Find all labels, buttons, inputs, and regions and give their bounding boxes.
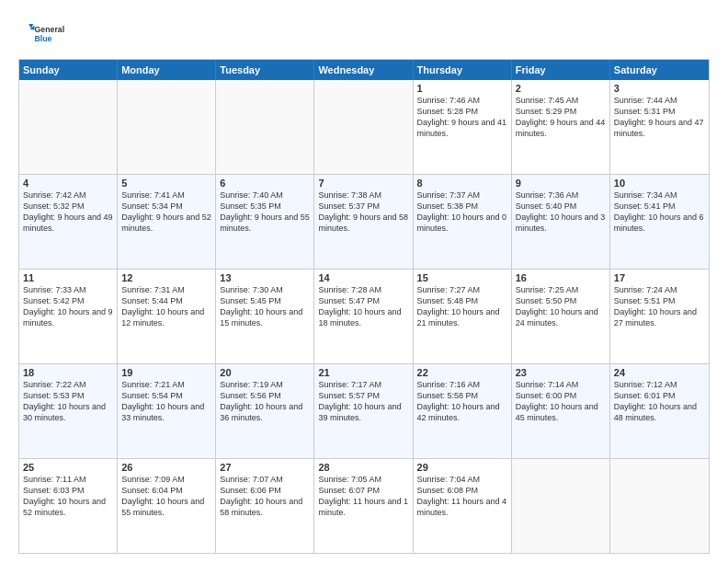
day-cell-9: 9Sunrise: 7:36 AMSunset: 5:40 PMDaylight… (512, 175, 610, 269)
daylight-line: Daylight: 10 hours and 52 minutes. (23, 496, 113, 518)
daylight-line: Daylight: 10 hours and 0 minutes. (417, 212, 507, 234)
sunset-line: Sunset: 5:56 PM (220, 390, 310, 401)
sunset-line: Sunset: 6:06 PM (220, 485, 310, 496)
calendar: SundayMondayTuesdayWednesdayThursdayFrid… (18, 59, 710, 554)
day-cell-26: 26Sunrise: 7:09 AMSunset: 6:04 PMDayligh… (118, 459, 216, 553)
daylight-line: Daylight: 10 hours and 58 minutes. (220, 496, 310, 518)
day-header-sunday: Sunday (19, 60, 118, 80)
sunset-line: Sunset: 5:54 PM (121, 390, 211, 401)
daylight-line: Daylight: 10 hours and 39 minutes. (318, 401, 408, 423)
day-cell-12: 12Sunrise: 7:31 AMSunset: 5:44 PMDayligh… (118, 270, 216, 363)
day-cell-8: 8Sunrise: 7:37 AMSunset: 5:38 PMDaylight… (414, 175, 512, 269)
empty-cell (512, 459, 610, 553)
day-cell-5: 5Sunrise: 7:41 AMSunset: 5:34 PMDaylight… (118, 175, 216, 269)
sunset-line: Sunset: 5:42 PM (23, 295, 113, 306)
sunrise-line: Sunrise: 7:11 AM (23, 474, 113, 485)
day-cell-2: 2Sunrise: 7:45 AMSunset: 5:29 PMDaylight… (512, 80, 610, 174)
sunrise-line: Sunrise: 7:14 AM (516, 379, 606, 390)
empty-cell (314, 80, 413, 174)
day-cell-27: 27Sunrise: 7:07 AMSunset: 6:06 PMDayligh… (216, 459, 314, 553)
day-header-wednesday: Wednesday (314, 60, 413, 80)
day-cell-25: 25Sunrise: 7:11 AMSunset: 6:03 PMDayligh… (19, 459, 118, 553)
daylight-line: Daylight: 10 hours and 27 minutes. (614, 306, 705, 328)
day-number: 16 (516, 272, 606, 283)
sunrise-line: Sunrise: 7:33 AM (23, 284, 113, 295)
daylight-line: Daylight: 10 hours and 21 minutes. (417, 306, 507, 328)
day-cell-14: 14Sunrise: 7:28 AMSunset: 5:47 PMDayligh… (314, 270, 413, 363)
sunrise-line: Sunrise: 7:38 AM (318, 190, 408, 201)
daylight-line: Daylight: 9 hours and 49 minutes. (23, 212, 113, 234)
day-cell-16: 16Sunrise: 7:25 AMSunset: 5:50 PMDayligh… (512, 270, 610, 363)
day-cell-11: 11Sunrise: 7:33 AMSunset: 5:42 PMDayligh… (19, 270, 118, 363)
sunrise-line: Sunrise: 7:25 AM (516, 284, 606, 295)
sunrise-line: Sunrise: 7:12 AM (614, 379, 705, 390)
day-cell-13: 13Sunrise: 7:30 AMSunset: 5:45 PMDayligh… (216, 270, 314, 363)
day-header-tuesday: Tuesday (216, 60, 314, 80)
day-cell-18: 18Sunrise: 7:22 AMSunset: 5:53 PMDayligh… (19, 364, 118, 458)
daylight-line: Daylight: 9 hours and 58 minutes. (318, 212, 408, 234)
calendar-row: 4Sunrise: 7:42 AMSunset: 5:32 PMDaylight… (19, 175, 709, 270)
day-number: 19 (121, 367, 211, 378)
logo-svg: General Blue (18, 15, 64, 52)
sunset-line: Sunset: 5:29 PM (516, 106, 606, 117)
daylight-line: Daylight: 10 hours and 6 minutes. (614, 212, 705, 234)
sunrise-line: Sunrise: 7:30 AM (220, 284, 310, 295)
day-number: 26 (121, 462, 211, 473)
sunset-line: Sunset: 5:40 PM (516, 201, 606, 212)
calendar-row: 1Sunrise: 7:46 AMSunset: 5:28 PMDaylight… (19, 80, 709, 175)
sunrise-line: Sunrise: 7:31 AM (121, 284, 211, 295)
svg-text:Blue: Blue (35, 34, 52, 43)
sunset-line: Sunset: 5:38 PM (417, 201, 507, 212)
day-number: 8 (417, 178, 507, 189)
day-cell-23: 23Sunrise: 7:14 AMSunset: 6:00 PMDayligh… (512, 364, 610, 458)
daylight-line: Daylight: 10 hours and 15 minutes. (220, 306, 310, 328)
day-cell-20: 20Sunrise: 7:19 AMSunset: 5:56 PMDayligh… (216, 364, 314, 458)
day-number: 5 (121, 178, 211, 189)
sunrise-line: Sunrise: 7:17 AM (318, 379, 408, 390)
day-number: 4 (23, 178, 113, 189)
day-number: 20 (220, 367, 310, 378)
day-cell-19: 19Sunrise: 7:21 AMSunset: 5:54 PMDayligh… (118, 364, 216, 458)
daylight-line: Daylight: 11 hours and 4 minutes. (417, 496, 507, 518)
daylight-line: Daylight: 10 hours and 55 minutes. (121, 496, 211, 518)
day-cell-1: 1Sunrise: 7:46 AMSunset: 5:28 PMDaylight… (414, 80, 512, 174)
day-number: 15 (417, 272, 507, 283)
sunset-line: Sunset: 5:51 PM (614, 295, 705, 306)
day-cell-29: 29Sunrise: 7:04 AMSunset: 6:08 PMDayligh… (414, 459, 512, 553)
sunrise-line: Sunrise: 7:21 AM (121, 379, 211, 390)
sunrise-line: Sunrise: 7:34 AM (614, 190, 705, 201)
day-number: 25 (23, 462, 113, 473)
day-number: 22 (417, 367, 507, 378)
day-cell-7: 7Sunrise: 7:38 AMSunset: 5:37 PMDaylight… (314, 175, 413, 269)
sunset-line: Sunset: 5:58 PM (417, 390, 507, 401)
daylight-line: Daylight: 9 hours and 44 minutes. (516, 117, 606, 139)
day-cell-24: 24Sunrise: 7:12 AMSunset: 6:01 PMDayligh… (610, 364, 709, 458)
day-header-monday: Monday (118, 60, 216, 80)
day-cell-3: 3Sunrise: 7:44 AMSunset: 5:31 PMDaylight… (610, 80, 709, 174)
sunset-line: Sunset: 6:01 PM (614, 390, 705, 401)
sunset-line: Sunset: 5:45 PM (220, 295, 310, 306)
calendar-row: 11Sunrise: 7:33 AMSunset: 5:42 PMDayligh… (19, 270, 709, 364)
sunrise-line: Sunrise: 7:40 AM (220, 190, 310, 201)
day-number: 18 (23, 367, 113, 378)
sunset-line: Sunset: 6:08 PM (417, 485, 507, 496)
daylight-line: Daylight: 10 hours and 9 minutes. (23, 306, 113, 328)
daylight-line: Daylight: 10 hours and 12 minutes. (121, 306, 211, 328)
day-number: 21 (318, 367, 408, 378)
sunset-line: Sunset: 5:53 PM (23, 390, 113, 401)
sunset-line: Sunset: 5:28 PM (417, 106, 507, 117)
day-cell-22: 22Sunrise: 7:16 AMSunset: 5:58 PMDayligh… (414, 364, 512, 458)
sunrise-line: Sunrise: 7:37 AM (417, 190, 507, 201)
svg-text:General: General (35, 25, 65, 34)
sunset-line: Sunset: 5:47 PM (318, 295, 408, 306)
calendar-header: SundayMondayTuesdayWednesdayThursdayFrid… (19, 60, 709, 80)
daylight-line: Daylight: 11 hours and 1 minute. (318, 496, 408, 518)
day-number: 17 (614, 272, 705, 283)
sunrise-line: Sunrise: 7:05 AM (318, 474, 408, 485)
daylight-line: Daylight: 10 hours and 33 minutes. (121, 401, 211, 423)
daylight-line: Daylight: 10 hours and 42 minutes. (417, 401, 507, 423)
day-cell-6: 6Sunrise: 7:40 AMSunset: 5:35 PMDaylight… (216, 175, 314, 269)
daylight-line: Daylight: 10 hours and 30 minutes. (23, 401, 113, 423)
calendar-body: 1Sunrise: 7:46 AMSunset: 5:28 PMDaylight… (19, 80, 709, 553)
daylight-line: Daylight: 10 hours and 24 minutes. (516, 306, 606, 328)
